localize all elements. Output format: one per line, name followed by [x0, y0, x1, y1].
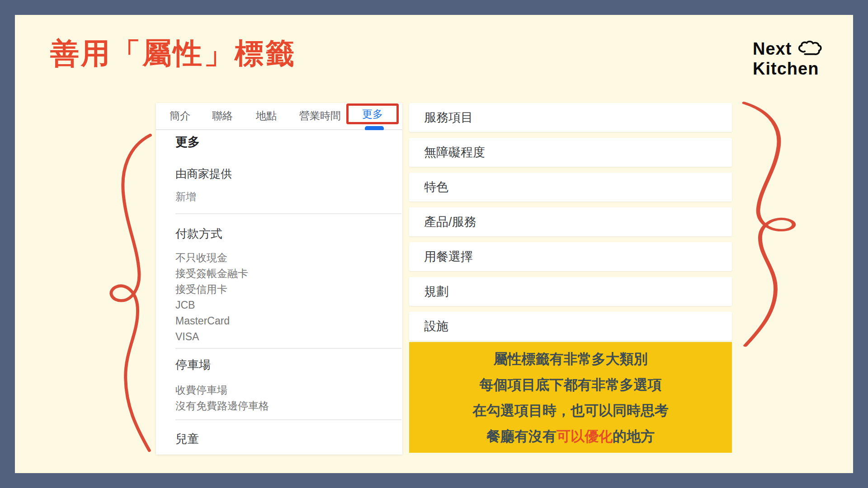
tab-contact[interactable]: 聯絡: [212, 103, 233, 128]
list-item: MasterCard: [175, 313, 248, 329]
note-line-4-prefix: 餐廳有沒有: [486, 428, 557, 444]
section-children-heading: 兒童: [175, 431, 199, 447]
payment-options-list: 不只收現金 接受簽帳金融卡 接受信用卡 JCB MasterCard VISA: [175, 250, 248, 345]
list-item: 接受信用卡: [175, 282, 248, 297]
section-divider: [175, 419, 401, 420]
card-label: 設施: [424, 318, 448, 334]
next-kitchen-logo: Next Kitchen: [753, 38, 824, 78]
section-payment-heading: 付款方式: [175, 226, 222, 242]
active-tab-indicator: [365, 126, 384, 130]
section-divider: [175, 213, 401, 214]
profile-tabbar: 簡介 聯絡 地點 營業時間 更多: [156, 103, 402, 130]
list-item: JCB: [175, 297, 248, 313]
attribute-card-services[interactable]: 服務項目: [409, 103, 732, 132]
card-label: 產品/服務: [424, 214, 476, 230]
note-line-3: 在勾選項目時，也可以同時思考: [409, 398, 732, 423]
card-label: 用餐選擇: [424, 249, 473, 265]
right-curly-brace-decoration: [739, 101, 807, 350]
parking-options-list: 收費停車場 沒有免費路邊停車格: [175, 382, 269, 414]
list-item: 不只收現金: [175, 250, 248, 266]
add-new-link[interactable]: 新增: [175, 190, 196, 204]
left-curly-brace-decoration: [101, 132, 154, 456]
slide-canvas: 善用「屬性」標籤 Next Kitchen 簡介 聯絡 地點: [15, 15, 853, 473]
attribute-card-planning[interactable]: 規劃: [409, 277, 732, 306]
note-line-4: 餐廳有沒有可以優化的地方: [409, 423, 732, 449]
note-box: 屬性標籤有非常多大類別 每個項目底下都有非常多選項 在勾選項目時，也可以同時思考…: [409, 342, 732, 453]
section-provided-heading: 由商家提供: [175, 166, 232, 181]
logo-text-kitchen: Kitchen: [753, 59, 824, 78]
list-item: 收費停車場: [175, 382, 269, 398]
attribute-card-facilities[interactable]: 設施: [409, 312, 732, 341]
list-item: 接受簽帳金融卡: [175, 266, 248, 282]
card-label: 特色: [424, 179, 448, 195]
note-line-1: 屬性標籤有非常多大類別: [409, 346, 732, 372]
tab-intro[interactable]: 簡介: [170, 103, 190, 128]
card-label: 規劃: [424, 283, 448, 300]
tab-more-highlight-box: 更多: [346, 103, 399, 124]
card-label: 服務項目: [424, 109, 473, 126]
chef-hat-icon: [796, 38, 824, 59]
business-profile-panel: 簡介 聯絡 地點 營業時間 更多 更多 由商家提供 新增 付款方式 不只收現金 …: [156, 103, 402, 455]
note-line-2: 每個項目底下都有非常多選項: [409, 372, 732, 398]
card-label: 無障礙程度: [424, 144, 485, 160]
tab-hours[interactable]: 營業時間: [299, 103, 341, 128]
tab-location[interactable]: 地點: [256, 103, 277, 128]
panel-heading-more: 更多: [175, 134, 200, 150]
note-line-4-highlight: 可以優化: [557, 428, 613, 444]
tab-more[interactable]: 更多: [362, 107, 383, 121]
list-item: 沒有免費路邊停車格: [175, 398, 269, 414]
attribute-card-features[interactable]: 特色: [409, 173, 732, 202]
note-line-4-suffix: 的地方: [613, 428, 655, 444]
list-item: VISA: [175, 329, 248, 345]
page-title: 善用「屬性」標籤: [50, 34, 296, 73]
attribute-card-accessibility[interactable]: 無障礙程度: [409, 138, 732, 167]
logo-text-next: Next: [753, 39, 792, 58]
section-parking-heading: 停車場: [175, 357, 211, 373]
attribute-card-dining[interactable]: 用餐選擇: [409, 242, 732, 271]
attribute-card-products[interactable]: 產品/服務: [409, 207, 732, 236]
section-divider: [175, 348, 401, 349]
